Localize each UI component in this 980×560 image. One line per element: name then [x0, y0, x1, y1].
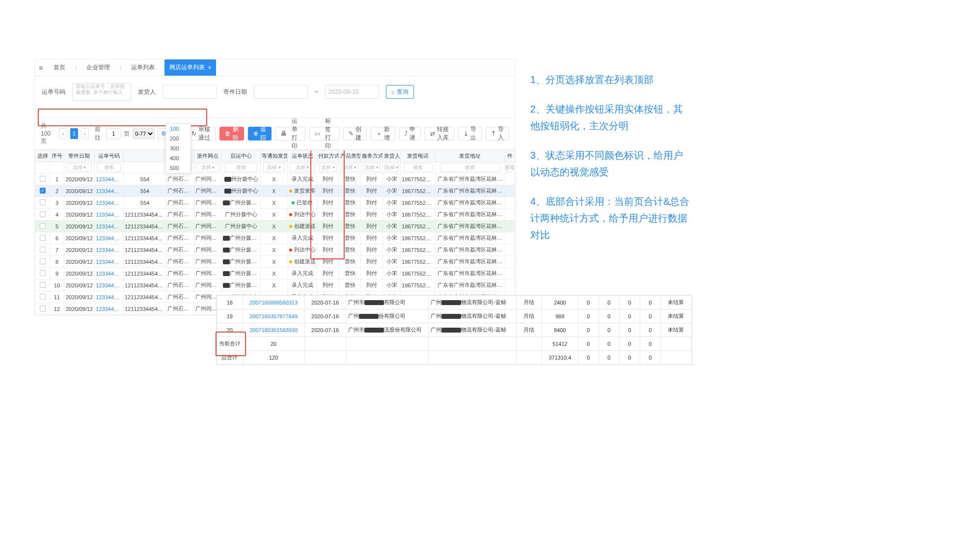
row-checkbox[interactable] [40, 282, 46, 288]
col-filter[interactable]: 搜索 [222, 162, 261, 173]
row-checkbox[interactable] [40, 270, 46, 276]
col-filter[interactable]: 搜索 [436, 162, 505, 173]
row-checkbox[interactable] [40, 211, 46, 217]
table-row[interactable]: 22020/09/12123344556554广州石井站广州同和站州分拨中心X发… [35, 185, 515, 197]
row-checkbox[interactable] [40, 223, 46, 229]
pagination: 共100页 ‹ 1 › 前往 页 0-77 ⚙ 设置 [41, 122, 178, 145]
col-filter[interactable]: 选择 ▾ [382, 162, 400, 173]
waybill-table: 选择序号寄件日期运单号码寄件网点派件网点启运中心等通知发货运单状态付款方式产品类… [35, 150, 515, 315]
note-3: 3、状态采用不同颜色标识，给用户以动态的视觉感受 [530, 147, 692, 180]
tab-bar: ≡ 首页 | 企业管理 | 运单列表 网店运单列表 × [35, 59, 515, 76]
col-header: 发货电话 [401, 150, 436, 162]
col-filter[interactable]: 搜索 [505, 162, 515, 173]
page-size-dropdown[interactable]: 100 200 300 400 500 [165, 123, 191, 173]
size-option[interactable]: 100 [166, 124, 191, 134]
col-header: 服务方式 [361, 150, 383, 162]
table-wrapper: 选择序号寄件日期运单号码寄件网点派件网点启运中心等通知发货运单状态付款方式产品类… [35, 150, 515, 315]
row-checkbox[interactable] [40, 258, 46, 264]
print-label-button[interactable]: ▭标签打印 [309, 127, 339, 140]
tab-active[interactable]: 网店运单列表 × [164, 59, 216, 76]
summary-row[interactable]: 1920071603578778492020-07-16广州份有限公司广州物流有… [217, 309, 692, 323]
summary-row[interactable]: 1820071608885603132020-07-16广州市有限公司广州物流有… [217, 296, 692, 309]
col-filter[interactable]: 搜索 [401, 162, 436, 173]
col-filter[interactable]: 选择 ▾ [361, 162, 383, 173]
col-filter[interactable]: 选择 ▾ [317, 162, 339, 173]
table-row[interactable]: 92020/09/1212334455612112334454554广州石井站广… [35, 268, 515, 280]
toolbar: 共100页 ‹ 1 › 前往 页 0-77 ⚙ 设置 ↻审核通过 🗑删除 ⊕追 [35, 118, 515, 150]
apply-button[interactable]: ⤴申请 [399, 127, 421, 140]
summary-row[interactable]: 2020071603015839302020-07-16广州市流股份有限公司广州… [217, 323, 692, 337]
page-next-button[interactable]: › [81, 128, 89, 139]
col-header: 选择 [35, 150, 50, 162]
delete-button[interactable]: 🗑删除 [219, 127, 244, 140]
goto-label: 前往 [95, 125, 103, 142]
track-button[interactable]: ⊕追踪 [248, 127, 272, 140]
size-option[interactable]: 300 [166, 143, 191, 153]
table-row[interactable]: 62020/09/1212334455612112334454554广州石井站广… [35, 232, 515, 244]
col-header: 件 [505, 150, 515, 162]
col-filter[interactable] [35, 162, 50, 173]
col-filter[interactable] [124, 162, 166, 173]
import-button[interactable]: ⤒导入 [486, 127, 509, 140]
date-to-input[interactable] [325, 85, 379, 99]
table-filter-row: 选择 ▾搜索选择 ▾选择 ▾搜索选择 ▾选择 ▾选择 ▾选择 ▾选择 ▾选择 ▾… [35, 162, 515, 173]
col-filter[interactable] [50, 162, 64, 173]
create-button[interactable]: ✎创建 [343, 127, 367, 140]
page-size-select[interactable]: 0-77 [133, 128, 155, 139]
page-unit: 页 [124, 130, 130, 138]
tab-biz[interactable]: 企业管理 [83, 59, 113, 76]
table-row[interactable]: 12020/09/12123344556554广州石井站广州同和站州分拨中心X录… [35, 173, 515, 185]
size-option[interactable]: 200 [166, 134, 191, 143]
export-icon: ⤓ [463, 130, 468, 137]
col-header: 发货人 [382, 150, 400, 162]
table-row[interactable]: 52020/09/1212334455612112334454554广州石井站广… [35, 221, 515, 232]
label-date: 寄件日期 [223, 88, 247, 96]
row-checkbox[interactable] [40, 294, 46, 300]
table-row[interactable]: 32020/09/12123344556554广州石井站广州同和站广州分拨中心X… [35, 197, 515, 209]
col-filter[interactable]: 选择 ▾ [287, 162, 317, 173]
col-filter[interactable]: 选择 ▾ [194, 162, 222, 173]
col-header: 等通知发货 [261, 150, 288, 162]
note-1: 1、分页选择放置在列表顶部 [530, 71, 692, 88]
table-row[interactable]: 82020/09/1212334455612112334454554广州石井站广… [35, 256, 515, 268]
tab-home[interactable]: 首页 [51, 59, 68, 76]
row-checkbox[interactable] [40, 188, 46, 194]
row-checkbox[interactable] [40, 235, 46, 241]
summary-panel: 1820071608885603132020-07-16广州市有限公司广州物流有… [216, 295, 692, 365]
row-checkbox[interactable] [40, 176, 46, 182]
plus-icon: ＋ [376, 130, 382, 138]
size-option[interactable]: 400 [166, 153, 191, 163]
close-icon[interactable]: × [208, 64, 211, 71]
goto-input[interactable] [106, 128, 121, 139]
row-checkbox[interactable] [40, 306, 46, 311]
export-button[interactable]: ⤓导出 [458, 127, 482, 140]
query-button[interactable]: ⌕ 查询 [386, 85, 414, 99]
col-filter[interactable]: 选择 ▾ [339, 162, 361, 173]
table-row[interactable]: 102020/09/1212334455612112334454554广州石井站… [35, 280, 515, 291]
search-icon: ⌕ [391, 88, 395, 95]
row-checkbox[interactable] [40, 199, 46, 205]
col-filter[interactable]: 选择 ▾ [64, 162, 95, 173]
trash-icon: 🗑 [225, 130, 231, 137]
label-icon: ▭ [315, 130, 320, 137]
tab-active-label: 网店运单列表 [169, 63, 205, 72]
date-from-input[interactable] [254, 85, 308, 99]
hamburger-icon[interactable]: ≡ [39, 64, 43, 72]
table-row[interactable]: 72020/09/1212334455612112334454554广州石井站广… [35, 244, 515, 256]
print-order-button[interactable]: 🖶运单打印 [275, 127, 305, 140]
col-header: 序号 [50, 150, 64, 162]
page-total: 共100页 [41, 122, 56, 145]
tab-list[interactable]: 运单列表 [128, 59, 158, 76]
transfer-button[interactable]: ⇄转接入库 [425, 127, 454, 140]
add-button[interactable]: ＋新增 [371, 127, 395, 140]
size-option[interactable]: 500 [166, 163, 191, 173]
waybill-input[interactable] [72, 83, 131, 101]
col-filter[interactable]: 搜索 [95, 162, 124, 173]
page-current[interactable]: 1 [70, 128, 78, 139]
col-filter[interactable]: 选择 ▾ [261, 162, 288, 173]
page-prev-button[interactable]: ‹ [59, 128, 67, 139]
row-checkbox[interactable] [40, 247, 46, 252]
table-row[interactable]: 42020/09/1212334455612112334454554广州石井站广… [35, 209, 515, 221]
page-total-row: 当前合计20514120000 [217, 337, 692, 351]
sender-input[interactable] [163, 85, 217, 99]
